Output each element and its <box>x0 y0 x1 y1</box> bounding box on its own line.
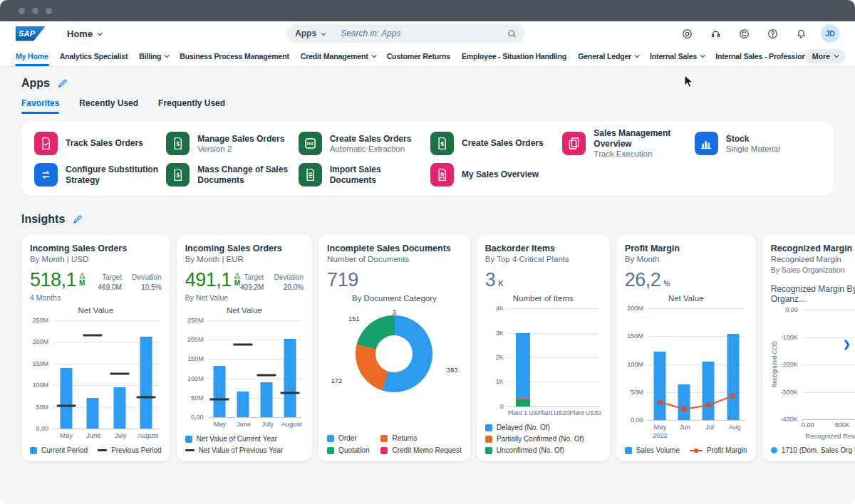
app-tile-track-sales-orders[interactable]: Track Sales Orders <box>31 127 163 159</box>
app-tile-stock-single-material[interactable]: StockSingle Material <box>692 127 824 159</box>
insight-card-profit-margin-by-month[interactable]: Profit MarginBy Month26,2%Net Value200M1… <box>616 235 756 461</box>
edit-apps-icon[interactable] <box>58 78 68 88</box>
help-icon[interactable] <box>767 28 778 39</box>
slice-value-label: 151 <box>348 315 360 322</box>
legend-item-delayed-no-of: Delayed (No. Of) <box>485 424 601 431</box>
browser-titlebar <box>0 0 855 21</box>
kpi-unit: M <box>234 279 240 287</box>
search-scope-select[interactable]: Apps <box>295 28 325 38</box>
legend-swatch <box>485 436 492 443</box>
nav-tab-business-process-management[interactable]: Business Process Management <box>174 46 295 66</box>
trend-up-icon: △ <box>234 271 240 279</box>
insight-card-recognized-margin-recognized-margin[interactable]: Recognized MarginRecognized MarginBy Sal… <box>762 235 855 461</box>
user-avatar[interactable]: JD <box>821 24 839 43</box>
window-button[interactable] <box>32 8 38 14</box>
previous-period-marker <box>56 404 76 406</box>
app-tile-label: Import Sales Documents <box>330 164 425 186</box>
y-tick-label: 2K <box>496 354 504 361</box>
kpi-row: 518,1△MTargetDeviation469,0M10,5% <box>30 270 162 291</box>
apps-section: Apps FavoritesRecently UsedFrequently Us… <box>21 67 834 196</box>
more-button[interactable]: More <box>805 49 845 63</box>
companion-icon[interactable] <box>739 28 750 39</box>
search-icon[interactable] <box>507 29 517 38</box>
nav-tab-label: Internal Sales - Professional Services <box>715 52 805 61</box>
nav-tab-general-ledger[interactable]: General Ledger <box>572 46 644 66</box>
insight-card-incoming-sales-orders-by-month-usd[interactable]: Incoming Sales OrdersBy Month | USD518,1… <box>21 235 170 461</box>
digital-assistant-icon[interactable] <box>682 28 693 39</box>
kpi-row: 3K <box>485 270 601 290</box>
chart-title: By Document Category <box>327 294 462 303</box>
target-label: Target <box>98 273 122 281</box>
y-tick-label: 150M <box>187 355 204 362</box>
nav-tab-credit-management[interactable]: Credit Management <box>295 46 381 66</box>
edit-insights-icon[interactable] <box>73 214 83 224</box>
headset-icon[interactable] <box>710 28 721 39</box>
nav-tab-internal-sales-professional-services[interactable]: Internal Sales - Professional Services <box>710 46 805 66</box>
nav-tab-employee-situation-handling[interactable]: Employee - Situation Handling <box>456 46 572 66</box>
app-tile-text: Manage Sales OrdersVersion 2 <box>197 134 284 153</box>
card-title: Incomplete Sales Documents <box>327 243 462 253</box>
y-tick-label: 50M <box>191 394 204 401</box>
apps-tab-favorites[interactable]: Favorites <box>21 98 59 114</box>
legend-item-1710-dom-sales-org-us: 1710 (Dom. Sales Org US) <box>771 446 855 454</box>
search-input[interactable]: Search in: Apps <box>341 28 507 38</box>
window-button[interactable] <box>46 8 52 14</box>
card-subtitle: By Month | EUR <box>185 255 304 263</box>
x-tick-label: August <box>134 431 161 440</box>
x-tick-label: May2022 <box>648 423 673 440</box>
number-of-items-chart: Number of Items4K3K2K1K0Plant 1 USPlant … <box>485 294 601 454</box>
plot-area: 250M200M150M100M50M0,00 <box>30 320 162 429</box>
chart-legend: 1710 (Dom. Sales Org US) <box>771 446 855 454</box>
chevron-down-icon <box>700 53 705 58</box>
apps-tab-frequently-used[interactable]: Frequently Used <box>158 98 225 114</box>
sap-logo[interactable]: SAP <box>16 26 46 41</box>
insight-card-incomplete-sales-documents-number-of-documents[interactable]: Incomplete Sales DocumentsNumber of Docu… <box>318 235 470 461</box>
nav-tab-billing[interactable]: Billing <box>133 46 174 66</box>
carousel-next-button[interactable]: ❯ <box>843 339 851 350</box>
y-tick-label: 0,00 <box>36 425 48 432</box>
deviation-label: Deviation <box>274 273 304 281</box>
x-tick-label: May <box>208 420 232 429</box>
y-tick-label: 50M <box>631 389 643 396</box>
app-tile-text: Import Sales Documents <box>330 164 425 186</box>
kpi-target-deviation: TargetDeviation469,0M10,5% <box>98 273 162 291</box>
x-tick-label: Aug <box>722 423 747 440</box>
insight-card-backorder-items-by-top-4-critical-plants[interactable]: Backorder ItemsBy Top 4 Critical Plants3… <box>477 235 610 461</box>
line-point <box>682 406 687 411</box>
nav-tab-customer-returns[interactable]: Customer Returns <box>381 46 456 66</box>
app-tile-manage-sales-orders-version-2[interactable]: $Manage Sales OrdersVersion 2 <box>163 127 295 159</box>
legend-label: Returns <box>392 434 417 442</box>
nav-tab-my-home[interactable]: My Home <box>10 46 54 66</box>
home-menu-button[interactable]: Home <box>67 28 101 39</box>
plot-area: Recognized COS0,00-100K-200K-300K-400K <box>771 310 855 419</box>
app-tile-text: Mass Change of Sales Documents <box>197 164 292 186</box>
gridline <box>802 364 855 365</box>
app-tile-sales-management-overview-track-execution[interactable]: Sales Management OverviewTrack Execution <box>559 127 691 159</box>
card-subtitle: Number of Documents <box>327 255 462 263</box>
app-tile-mass-change-of-sales-documents[interactable]: $Mass Change of Sales Documents <box>163 159 295 190</box>
app-tile-create-sales-orders[interactable]: $Create Sales Orders <box>428 127 559 159</box>
legend-swatch <box>30 447 37 454</box>
legend-label: Delayed (No. Of) <box>497 424 550 431</box>
app-tile-my-sales-overview[interactable]: My Sales Overview <box>428 159 559 190</box>
line-point <box>657 399 662 404</box>
y-tick-label: -400K <box>781 416 798 423</box>
app-tile-configure-substitution-strategy[interactable]: Configure Substitution Strategy <box>31 159 163 190</box>
nav-tab-internal-sales[interactable]: Internal Sales <box>644 46 710 66</box>
chevron-down-icon <box>371 53 376 58</box>
nav-tab-analytics-specialist[interactable]: Analytics Specialist <box>54 46 134 66</box>
net-value-chart: Net Value200M150M100M50M0,00May2022JunJu… <box>625 294 747 454</box>
app-tile-import-sales-documents[interactable]: Import Sales Documents <box>296 159 428 190</box>
apps-tab-recently-used[interactable]: Recently Used <box>79 98 138 114</box>
line-point <box>730 394 735 399</box>
app-tile-text: Create Sales OrdersAutomatic Extraction <box>330 134 412 153</box>
legend-item-current-period: Current Period <box>30 446 88 454</box>
window-button[interactable] <box>19 8 25 14</box>
search-bar[interactable]: Apps Search in: Apps <box>286 24 525 43</box>
notifications-icon[interactable] <box>796 28 807 39</box>
legend-item-partially-confirmed-no-of: Partially Confirmed (No. Of) <box>485 435 601 443</box>
insights-section: Insights Incoming Sales OrdersBy Month |… <box>21 213 834 461</box>
insight-card-incoming-sales-orders-by-month-eur[interactable]: Incoming Sales OrdersBy Month | EUR491,1… <box>177 235 312 461</box>
app-tile-create-sales-orders-automatic-extraction[interactable]: PDFCreate Sales OrdersAutomatic Extracti… <box>296 127 428 159</box>
kpi: 3K <box>485 270 504 290</box>
